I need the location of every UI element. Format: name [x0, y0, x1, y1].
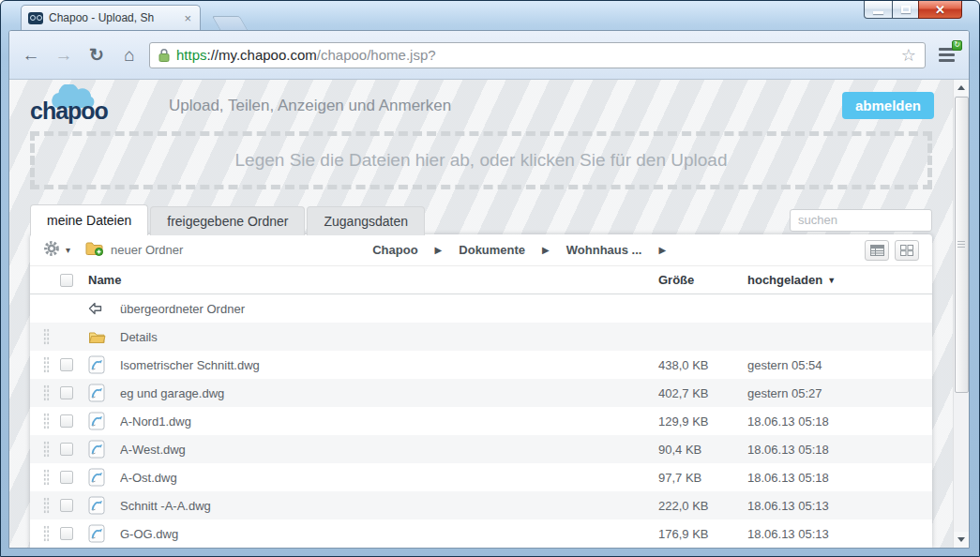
row-checkbox[interactable] — [60, 443, 73, 456]
page-scrollbar[interactable] — [953, 80, 969, 548]
dwg-file-icon — [88, 355, 120, 374]
new-folder-button[interactable]: neuer Ordner — [85, 241, 183, 260]
file-rows: Isometrischer Schnitt.dwg 438,0 KB geste… — [30, 351, 932, 548]
grid-view-button[interactable] — [895, 240, 919, 261]
column-header-uploaded[interactable]: hochgeladen▼ — [747, 273, 921, 287]
chapoo-favicon-icon — [28, 12, 43, 24]
ssl-lock-icon[interactable] — [158, 48, 170, 62]
dwg-file-icon — [88, 524, 120, 543]
column-header-name[interactable]: Name — [88, 273, 658, 287]
drag-handle-icon[interactable] — [43, 413, 50, 429]
scrollbar-track[interactable] — [954, 96, 970, 532]
drag-handle-icon[interactable] — [43, 469, 50, 486]
forward-button[interactable]: → — [51, 42, 77, 68]
file-size: 129,9 KB — [658, 414, 747, 429]
breadcrumb-item[interactable]: Chapoo ▶ — [369, 243, 455, 257]
browser-tab[interactable]: Chapoo - Upload, Sh × — [21, 5, 201, 30]
row-checkbox[interactable] — [60, 358, 73, 371]
dwg-file-icon — [88, 412, 120, 430]
row-checkbox[interactable] — [60, 386, 73, 399]
details-folder-row[interactable]: Details — [30, 323, 932, 351]
file-uploaded: 18.06.13 05:13 — [747, 499, 921, 513]
close-icon: ✕ — [935, 4, 945, 16]
file-name[interactable]: A-Nord1.dwg — [120, 414, 658, 429]
list-view-icon — [870, 245, 884, 256]
row-checkbox[interactable] — [60, 527, 73, 540]
back-button[interactable]: ← — [18, 42, 44, 68]
tab-close-icon[interactable]: × — [182, 12, 193, 24]
dwg-file-icon — [88, 496, 120, 515]
dwg-file-icon — [88, 468, 120, 487]
reload-button[interactable]: ↻ — [83, 42, 110, 68]
dwg-file-icon — [88, 440, 120, 459]
drag-handle-icon[interactable] — [43, 356, 50, 373]
file-name[interactable]: A-Ost.dwg — [120, 471, 658, 485]
tab-meine-dateien[interactable]: meine Dateien — [30, 204, 148, 235]
minimize-button[interactable] — [864, 1, 893, 19]
table-row[interactable]: Isometrischer Schnitt.dwg 438,0 KB geste… — [30, 351, 932, 379]
chapoo-logo[interactable]: chapoo — [28, 84, 126, 128]
list-view-button[interactable] — [865, 240, 889, 261]
home-button[interactable]: ⌂ — [116, 42, 143, 68]
drag-handle-icon[interactable] — [43, 525, 50, 542]
breadcrumb-arrow-icon: ▶ — [422, 245, 456, 255]
close-button[interactable]: ✕ — [918, 1, 962, 19]
tab-zugangsdaten[interactable]: Zugangsdaten — [307, 206, 425, 235]
maximize-icon — [901, 6, 911, 13]
chevron-down-icon: ▾ — [66, 246, 70, 255]
browser-window: Chapoo - Upload, Sh × ✕ ← → ↻ ⌂ https://… — [0, 0, 980, 557]
select-all-checkbox[interactable] — [60, 274, 73, 287]
new-tab-button[interactable] — [212, 16, 249, 30]
search-input[interactable] — [790, 209, 932, 232]
parent-folder-row[interactable]: übergeordneter Ordner — [30, 294, 932, 323]
scroll-up-button[interactable] — [954, 80, 970, 96]
table-row[interactable]: G-OG.dwg 176,9 KB 18.06.13 05:13 — [30, 519, 932, 548]
table-row[interactable]: A-Ost.dwg 97,7 KB 18.06.13 05:18 — [30, 463, 932, 491]
table-row[interactable]: A-Nord1.dwg 129,9 KB 18.06.13 05:18 — [30, 407, 932, 435]
file-name[interactable]: G-OG.dwg — [120, 527, 658, 541]
tabs-row: meine Dateien freigegebene Ordner Zugang… — [30, 204, 932, 235]
gear-icon — [43, 240, 60, 261]
table-row[interactable]: Schnitt -A-A.dwg 222,0 KB 18.06.13 05:13 — [30, 491, 932, 519]
sort-desc-icon: ▼ — [827, 276, 836, 285]
titlebar[interactable]: Chapoo - Upload, Sh × ✕ — [8, 1, 970, 30]
site-tagline: Upload, Teilen, Anzeigen und Anmerken — [169, 97, 451, 115]
address-bar[interactable]: https://my.chapoo.com/chapoo/home.jsp? ☆ — [149, 42, 926, 68]
file-uploaded: gestern 05:54 — [747, 358, 921, 372]
dropzone-label: Legen Sie die Dateien hier ab, oder klic… — [235, 150, 728, 171]
drag-handle-icon[interactable] — [43, 497, 50, 514]
drag-handle-icon[interactable] — [43, 441, 50, 458]
row-checkbox[interactable] — [60, 414, 73, 428]
chrome-frame: ← → ↻ ⌂ https://my.chapoo.com/chapoo/hom… — [8, 30, 970, 549]
table-row[interactable]: A-West.dwg 90,4 KB 18.06.13 05:18 — [30, 435, 932, 463]
tab-freigegebene-ordner[interactable]: freigegebene Ordner — [150, 206, 305, 235]
arrow-down-icon — [957, 537, 965, 542]
breadcrumb-item[interactable]: Wohnhaus ... ▶ — [563, 243, 679, 257]
breadcrumb-item[interactable]: Dokumente ▶ — [455, 243, 563, 257]
maximize-button[interactable] — [892, 1, 919, 19]
window-controls: ✕ — [865, 1, 962, 19]
drag-handle-icon[interactable] — [43, 384, 50, 401]
bookmark-star-icon[interactable]: ☆ — [901, 47, 916, 64]
file-uploaded: 18.06.13 05:18 — [747, 471, 921, 485]
upload-dropzone[interactable]: Legen Sie die Dateien hier ab, oder klic… — [30, 131, 932, 189]
row-checkbox[interactable] — [60, 471, 73, 484]
file-name[interactable]: Schnitt -A-A.dwg — [120, 499, 658, 513]
tab-title: Chapoo - Upload, Sh — [49, 11, 176, 24]
file-name[interactable]: Isometrischer Schnitt.dwg — [120, 358, 658, 372]
file-name[interactable]: A-West.dwg — [120, 443, 658, 457]
panel-toolbar: ▾ neuer Ordner Chapoo ▶ Dokumente ▶ Wohn… — [30, 234, 932, 266]
scroll-down-button[interactable] — [954, 532, 970, 548]
row-checkbox[interactable] — [60, 499, 73, 512]
table-row[interactable]: eg und garage.dwg 402,7 KB gestern 05:27 — [30, 379, 932, 407]
scrollbar-thumb[interactable] — [955, 97, 969, 393]
file-panel: ▾ neuer Ordner Chapoo ▶ Dokumente ▶ Wohn… — [30, 234, 932, 548]
logout-button[interactable]: abmelden — [842, 92, 934, 119]
file-name[interactable]: eg und garage.dwg — [120, 386, 658, 400]
chrome-menu-button[interactable]: ↻ — [932, 42, 960, 68]
file-size: 176,9 KB — [658, 527, 747, 541]
site-tab-label: meine Dateien — [47, 213, 131, 228]
drag-handle-icon[interactable] — [43, 328, 50, 345]
column-header-size[interactable]: Größe — [658, 273, 747, 287]
actions-dropdown-button[interactable]: ▾ — [43, 240, 70, 261]
